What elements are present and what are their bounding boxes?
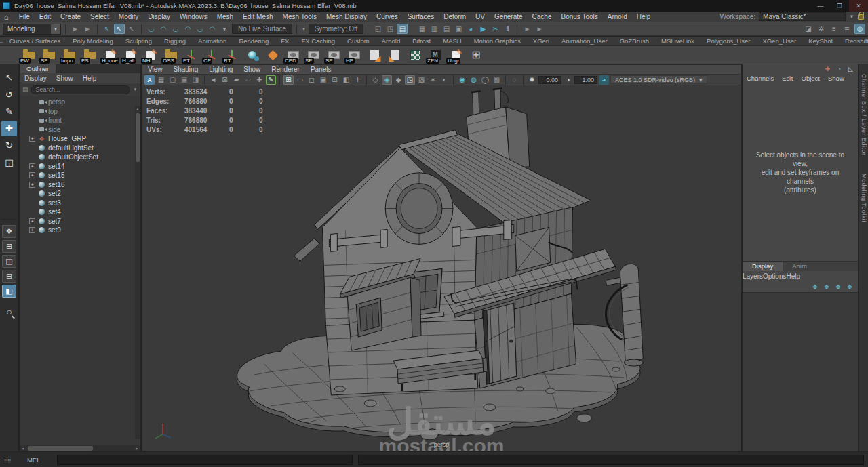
wireframe-on-shaded-icon[interactable]: ◳ xyxy=(405,75,415,85)
multisample-icon[interactable]: ◯ xyxy=(480,75,490,85)
menu-set-selector[interactable]: Modeling ▼ xyxy=(3,24,61,35)
menubar-item[interactable]: Select xyxy=(85,13,114,20)
scale-tool[interactable]: ◲ xyxy=(1,155,17,170)
shelf-item-page[interactable] xyxy=(364,46,384,64)
viewport-grid-icon[interactable]: ▦ xyxy=(156,75,166,85)
viewport-fill-icon[interactable]: ◨ xyxy=(191,75,201,85)
camera-bookmark-icon[interactable]: ▰ xyxy=(231,75,241,85)
lighting-icon[interactable]: ✶ xyxy=(428,75,438,85)
menubar-item[interactable]: Bonus Tools xyxy=(556,13,602,20)
shelf-tab[interactable]: Rendering xyxy=(233,37,275,45)
shelf-tab[interactable]: FX xyxy=(275,37,295,45)
expand-toolbar-arrow-icon[interactable]: ► xyxy=(521,24,532,34)
viewport-menu-item[interactable]: Renderer xyxy=(266,66,305,73)
viewport-mask-icon[interactable]: ▣ xyxy=(179,75,189,85)
shelf-item-ft[interactable]: FT xyxy=(181,46,201,64)
layer-move-down-icon[interactable]: ❖ xyxy=(845,283,854,291)
symmetry-field[interactable]: Symmetry: Off xyxy=(309,24,364,34)
channel-box-menu-item[interactable]: Edit xyxy=(778,75,797,82)
menubar-item[interactable]: Generate xyxy=(490,13,528,20)
filter-icon[interactable]: ▤ xyxy=(22,86,28,93)
four-pane-layout-button[interactable]: ⊞ xyxy=(2,240,16,253)
viewport-3d-model[interactable] xyxy=(142,85,741,451)
color-management-icon[interactable]: ◕ xyxy=(599,75,609,85)
select-hierarchy-icon[interactable]: ↖ xyxy=(102,24,113,34)
outliner-menu-item[interactable]: Display xyxy=(20,75,52,82)
new-layer-selected-icon[interactable]: ❖ xyxy=(822,283,831,291)
layer-editor-menu-item[interactable]: Layers xyxy=(743,272,763,280)
outliner-item[interactable]: + ❖ top xyxy=(20,107,140,117)
dof-icon[interactable]: ▩ xyxy=(492,75,502,85)
snap-view-plane-icon[interactable]: ◡ xyxy=(195,24,205,34)
shelf-tab[interactable]: Redshift xyxy=(839,37,868,45)
outliner-item[interactable]: + ❖ House_GRP xyxy=(20,134,140,144)
shelf-item-grid[interactable] xyxy=(466,46,486,64)
search-dropdown-arrow-icon[interactable]: ▾ xyxy=(132,87,138,92)
command-language-toggle[interactable]: MEL xyxy=(16,456,52,464)
colorspace-dropdown[interactable]: ACES 1.0 SDR-video (sRGB) ▾ xyxy=(610,75,707,84)
menubar-item[interactable]: File xyxy=(14,13,35,20)
search-input[interactable] xyxy=(31,85,131,94)
shelf-item-h-all[interactable]: H_all xyxy=(120,46,140,64)
viewport-select-highlight-icon[interactable]: A xyxy=(144,75,155,85)
shelf-item-oss[interactable]: OSS xyxy=(161,46,181,64)
shelf-tab[interactable]: Arnold xyxy=(376,37,406,45)
tab-modeling-toolkit[interactable]: Modeling Toolkit xyxy=(861,174,867,222)
outliner-persp-layout-button[interactable]: ◧ xyxy=(2,285,16,298)
menubar-item[interactable]: Cache xyxy=(528,13,557,20)
shelf-item-se2[interactable]: SE xyxy=(323,46,344,64)
launch-render-icon[interactable]: ▶ xyxy=(477,24,488,34)
menubar-item[interactable]: Mesh Display xyxy=(321,13,372,20)
snap-options-arrow-icon[interactable]: ▾ xyxy=(219,24,230,34)
layer-editor-menu-item[interactable]: Options xyxy=(763,272,786,280)
wireframe-icon[interactable]: ◇ xyxy=(370,75,380,85)
outliner-item[interactable]: + ❖ defaultObjectSet xyxy=(20,153,140,162)
channel-speed-icon[interactable]: ◔ xyxy=(835,65,844,73)
shelf-tab[interactable]: Sculpting xyxy=(119,37,158,45)
shelf-item-dart[interactable] xyxy=(262,46,283,64)
pane-arrow-icon[interactable]: ► xyxy=(70,24,81,34)
scroll-up-icon[interactable]: ▲ xyxy=(135,106,140,112)
motion-blur-icon[interactable]: ◍ xyxy=(469,75,479,85)
menubar-item[interactable]: Deform xyxy=(439,13,471,20)
screen-ao-icon[interactable]: ◉ xyxy=(457,75,467,85)
expand-icon[interactable]: + xyxy=(29,182,35,188)
layer-editor-menu-item[interactable]: Help xyxy=(786,272,800,280)
close-button[interactable]: ✕ xyxy=(849,0,868,12)
rotate-tool[interactable]: ↻ xyxy=(1,138,17,153)
scrollbar-thumb[interactable] xyxy=(28,446,93,451)
expand-toolbar-arrow2-icon[interactable]: ► xyxy=(534,24,545,34)
shelf-item-rt[interactable]: RT xyxy=(222,46,242,64)
shelf-tab[interactable]: Poly Modeling xyxy=(66,37,119,45)
exposure-field[interactable]: 0.00 xyxy=(538,76,561,84)
menubar-item[interactable]: Curves xyxy=(372,13,403,20)
expand-icon[interactable]: + xyxy=(29,227,35,233)
outliner-item[interactable]: + ❖ front xyxy=(20,116,140,125)
gamma-icon[interactable]: ◑ xyxy=(563,75,573,85)
shelf-item-se1[interactable]: SE xyxy=(303,46,323,64)
shelf-tab[interactable]: MASH xyxy=(437,37,467,45)
hypershade-icon[interactable]: ◕ xyxy=(465,24,476,34)
construction-history-icon[interactable]: ▤ xyxy=(397,24,408,34)
new-empty-layer-icon[interactable]: ❖ xyxy=(810,283,820,291)
shelf-tab[interactable]: FX Caching xyxy=(295,37,341,45)
symmetry-arrow-icon[interactable]: ▾ xyxy=(301,26,307,32)
menubar-item[interactable]: Mesh Tools xyxy=(278,13,321,20)
layer-editor-tab[interactable]: Anim xyxy=(783,262,816,271)
shelf-item-checker[interactable] xyxy=(405,46,425,64)
minimize-button[interactable]: — xyxy=(811,0,830,12)
viewport-canvas[interactable]: Verts: 383634 0 0 Edges: 766880 0 0 xyxy=(142,85,741,451)
shelf-tab[interactable]: Animation xyxy=(192,37,233,45)
menubar-item[interactable]: Create xyxy=(56,13,85,20)
pane-arrangement-button[interactable]: ⊟ xyxy=(2,270,16,283)
snap-curve-icon[interactable]: ◠ xyxy=(158,24,169,34)
shelf-tab[interactable]: XGen_User xyxy=(757,37,803,45)
outliner-menu-item[interactable]: Show xyxy=(52,75,78,82)
render-settings-icon[interactable]: ▣ xyxy=(453,24,464,34)
menubar-item[interactable]: UV xyxy=(471,13,490,20)
outliner-item[interactable]: + ❖ side xyxy=(20,125,140,135)
layer-editor-tab[interactable]: Display xyxy=(743,262,783,271)
hik-character-icon[interactable]: ✲ xyxy=(816,24,827,34)
viewport-menu-item[interactable]: View xyxy=(142,66,168,73)
menubar-item[interactable]: Help xyxy=(632,13,656,20)
